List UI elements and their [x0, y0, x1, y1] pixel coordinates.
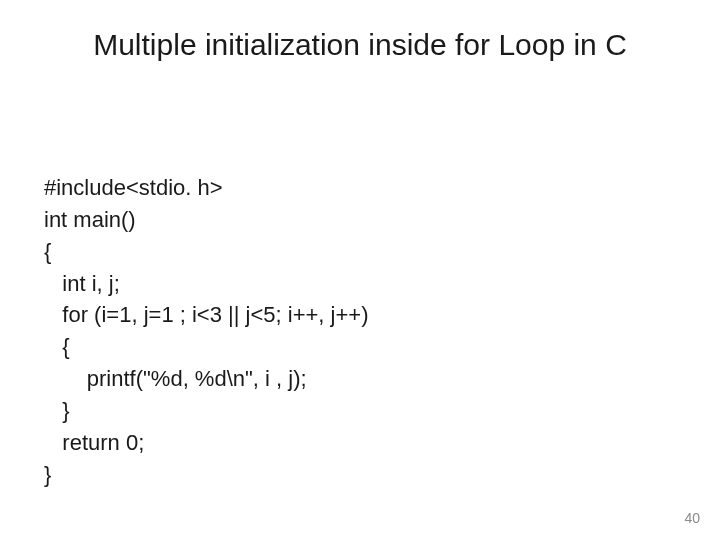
code-block: #include<stdio. h> int main() { int i, j…: [44, 140, 369, 491]
code-line: int i, j;: [44, 271, 120, 296]
slide: Multiple initialization inside for Loop …: [0, 0, 720, 540]
code-line: printf("%d, %d\n", i , j);: [44, 366, 307, 391]
code-line: for (i=1, j=1 ; i<3 || j<5; i++, j++): [44, 302, 369, 327]
code-line: return 0;: [44, 430, 144, 455]
code-line: {: [44, 334, 70, 359]
code-line: }: [44, 462, 51, 487]
code-line: int main(): [44, 207, 136, 232]
page-number: 40: [684, 510, 700, 526]
code-line: {: [44, 239, 51, 264]
code-line: #include<stdio. h>: [44, 175, 223, 200]
code-line: }: [44, 398, 70, 423]
slide-title: Multiple initialization inside for Loop …: [0, 28, 720, 62]
